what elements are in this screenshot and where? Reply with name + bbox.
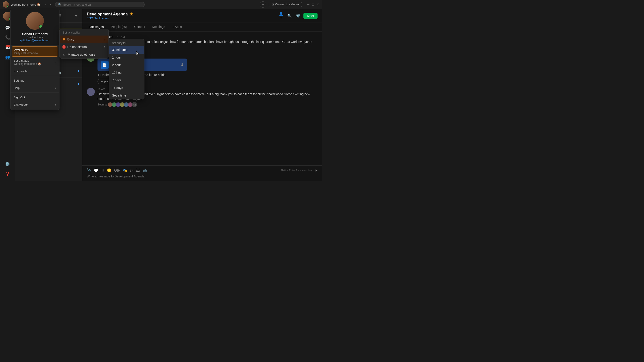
sign-out-menu-item[interactable]: Sign Out	[10, 94, 59, 101]
busy-14days[interactable]: 14 days	[109, 84, 144, 92]
mention-icon[interactable]: @	[130, 168, 134, 173]
avail-quiet-hours-item[interactable]: ⚙ Manage quiet hours	[60, 51, 108, 58]
meet-button[interactable]: Meet	[304, 13, 318, 19]
nav-back-button[interactable]: ‹	[44, 2, 47, 7]
sign-out-label: Sign Out	[14, 96, 25, 99]
attachment-icon[interactable]: 📎	[87, 168, 91, 173]
emoji-icon[interactable]: 😊	[107, 168, 111, 173]
tab-meetings[interactable]: Meetings	[149, 23, 168, 31]
nav-forward-button[interactable]: ›	[49, 2, 52, 7]
help-label: Help	[14, 86, 20, 90]
tab-people[interactable]: People (30)	[107, 23, 130, 31]
seen-avatars: +2	[109, 102, 137, 107]
titlebar-actions: + ⊡ Connect to a device ─ □ ✕	[260, 1, 319, 7]
help-icon[interactable]: ❓	[3, 169, 12, 178]
tab-apps[interactable]: + Apps	[168, 23, 185, 31]
anon-msg-avatar	[87, 88, 95, 96]
availability-menu-item[interactable]: Availability Busy until tomorrow,... ›	[12, 46, 58, 56]
star-icon[interactable]: ★	[130, 12, 133, 16]
chat-title-group: Development Agenda ★ ENG Deployment	[87, 12, 275, 20]
divider-1	[10, 76, 59, 76]
set-status-menu-item[interactable]: Set a status Working from home 🏠 ›	[10, 57, 59, 67]
busy-submenu-header: Set busy for	[109, 39, 144, 46]
settings-label: Settings	[14, 79, 24, 82]
chevron-right-icon-4: ›	[55, 103, 56, 106]
availability-sub: Busy until tomorrow,...	[14, 52, 41, 55]
exit-webex-menu-item[interactable]: Exit Webex ›	[10, 101, 59, 108]
thread-icon[interactable]: 💬	[94, 168, 98, 173]
busy-7days[interactable]: 7 days	[109, 76, 144, 84]
format-icon[interactable]: Tt	[101, 168, 104, 173]
minimize-button[interactable]: ─	[307, 3, 310, 6]
edit-profile-menu-item[interactable]: Edit profile	[10, 67, 59, 75]
profile-name: Sonali Pritchard	[22, 32, 48, 36]
search-icon: 🔍	[58, 3, 62, 6]
busy-label: Busy	[67, 37, 74, 41]
message-input[interactable]	[87, 175, 318, 178]
chat-settings-icon[interactable]: ⚙️	[295, 13, 301, 19]
add-members-icon[interactable]: 👤+	[278, 13, 284, 19]
chat-search-icon[interactable]: 🔍	[286, 13, 293, 19]
profile-card: Sonali Pritchard She/Her/Hers spritchard…	[10, 9, 60, 110]
help-menu-item[interactable]: Help ›	[10, 84, 59, 92]
chevron-right-icon: ›	[54, 50, 56, 53]
busy-12hour[interactable]: 12 hour	[109, 69, 144, 76]
image-icon[interactable]: 🖼	[136, 168, 140, 173]
settings-icon[interactable]: ⚙️	[3, 160, 12, 168]
busy-1hour[interactable]: 1 hour	[109, 54, 144, 61]
search-bar[interactable]: 🔍	[55, 2, 145, 7]
umar-msg-time: 8:12 AM	[115, 35, 125, 39]
send-icon[interactable]: ➤	[314, 168, 318, 173]
chat-header-actions: 👤+ 🔍 ⚙️ Meet	[278, 13, 318, 19]
avail-header: Set availability	[60, 29, 108, 35]
busy-2hour[interactable]: 2 hour	[109, 61, 144, 69]
video-icon[interactable]: 📹	[142, 168, 147, 173]
search-input[interactable]	[63, 3, 142, 6]
sidebar-bottom: ⚙️ ❓	[3, 160, 12, 178]
titlebar-avatar[interactable]	[3, 1, 9, 7]
umar-msg-header: Umar Patel 8:12 AM	[98, 35, 318, 39]
unread-indicator-2	[78, 83, 80, 85]
add-button[interactable]: +	[260, 1, 266, 7]
availability-label: Availability	[14, 48, 41, 52]
avail-dnd-item[interactable]: 🚫 Do not disturb ›	[60, 43, 108, 51]
titlebar-nav: ‹ ›	[44, 2, 52, 7]
close-button[interactable]: ✕	[317, 3, 319, 6]
busy-set-time[interactable]: Set a time	[109, 92, 144, 99]
busy-submenu: Set busy for 30 minutes 1 hour 2 hour 12…	[109, 39, 144, 99]
settings-menu-item[interactable]: Settings	[10, 77, 59, 84]
chat-input-toolbar: 📎 💬 Tt 😊 GIF 🎭 @ 🖼 📹 Shift + Enter for a…	[87, 168, 318, 173]
chat-tabs: Messages People (30) Content Meetings + …	[82, 23, 322, 31]
avail-busy-item[interactable]: Busy ›	[60, 35, 108, 43]
titlebar-title: Working from home 🏠	[11, 3, 40, 6]
busy-30min[interactable]: 30 minutes	[109, 46, 144, 54]
edit-profile-label: Edit profile	[14, 69, 27, 73]
busy-dot	[63, 38, 65, 40]
quiet-hours-label: Manage quiet hours	[68, 53, 96, 56]
profile-card-header: Sonali Pritchard She/Her/Hers spritchard…	[10, 9, 59, 45]
maximize-button[interactable]: □	[312, 3, 314, 6]
gif-icon[interactable]: GIF	[114, 168, 120, 173]
download-button[interactable]: ⬇	[180, 62, 184, 67]
seen-by: Seen by +2	[98, 102, 318, 107]
chat-header: Development Agenda ★ ENG Deployment 👤+ 🔍…	[82, 9, 322, 23]
busy-chevron: ›	[104, 37, 105, 41]
sticker-icon[interactable]: 🎭	[123, 168, 127, 173]
titlebar: Working from home 🏠 ‹ › 🔍 + ⊡ Connect to…	[0, 0, 322, 9]
exit-label: Exit Webex	[14, 103, 28, 106]
connect-device-button[interactable]: ⊡ Connect to a device	[269, 2, 302, 7]
monitor-icon: ⊡	[272, 3, 274, 6]
input-hint: Shift + Enter for a new line	[280, 169, 312, 172]
tab-content[interactable]: Content	[130, 23, 149, 31]
availability-submenu: Set availability Busy › 🚫 Do not disturb…	[60, 28, 109, 58]
compose-button[interactable]: +	[73, 12, 80, 19]
profile-avatar	[26, 12, 44, 30]
seen-more: +2	[132, 102, 137, 107]
chat-input-area: 📎 💬 Tt 😊 GIF 🎭 @ 🖼 📹 Shift + Enter for a…	[82, 165, 322, 181]
dnd-chevron: ›	[104, 45, 105, 49]
set-status-sub: Working from home 🏠	[14, 62, 41, 65]
profile-card-body: Availability Busy until tomorrow,... › S…	[10, 45, 59, 110]
divider-2	[10, 92, 59, 93]
unread-indicator	[78, 70, 80, 72]
chevron-right-icon-2: ›	[55, 61, 56, 64]
